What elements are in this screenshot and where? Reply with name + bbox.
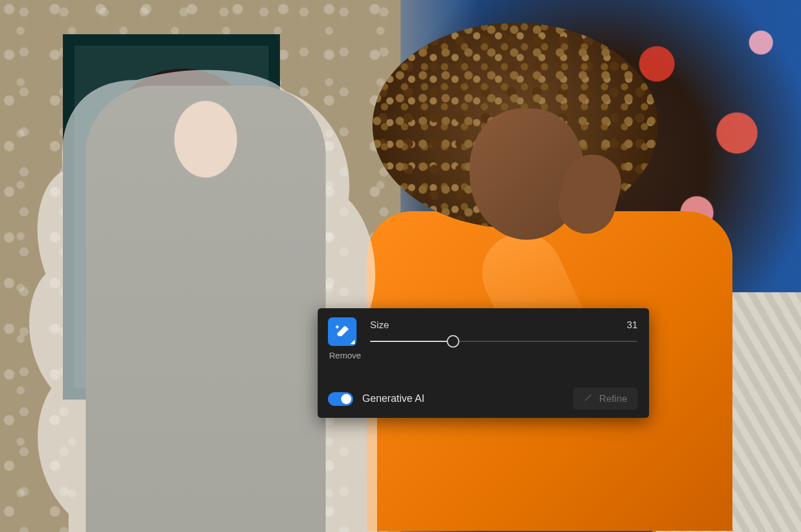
- remove-tool-button[interactable]: [328, 317, 357, 346]
- refine-button[interactable]: Refine: [573, 388, 638, 410]
- generative-ai-label: Generative AI: [362, 393, 424, 405]
- size-slider-label: Size: [370, 320, 389, 331]
- subject-right: [344, 23, 767, 532]
- eraser-sparkle-icon: [334, 322, 351, 341]
- size-slider-value[interactable]: 31: [627, 320, 638, 331]
- generative-ai-toggle[interactable]: [328, 392, 353, 406]
- slider-thumb[interactable]: [447, 335, 459, 348]
- removal-mask-overlay[interactable]: [23, 68, 377, 532]
- editor-canvas[interactable]: Remove Size 31 Generative AI: [0, 0, 801, 532]
- tool-name-label: Remove: [329, 350, 361, 360]
- remove-tool-panel: Remove Size 31 Generative AI: [318, 308, 649, 418]
- size-slider[interactable]: [370, 336, 638, 347]
- pencil-icon: [583, 392, 594, 405]
- refine-button-label: Refine: [599, 393, 627, 405]
